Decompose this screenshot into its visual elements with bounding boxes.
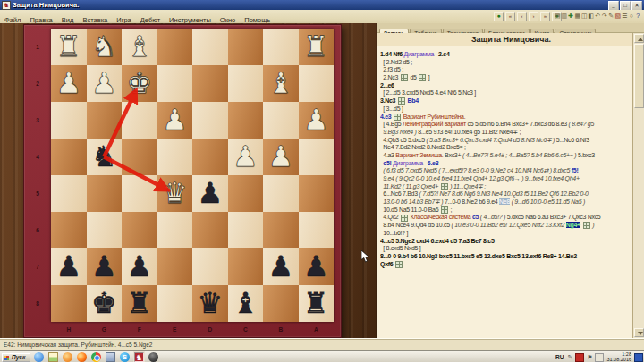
square-g3[interactable] — [87, 102, 123, 139]
move-text[interactable] — [580, 222, 582, 228]
move-text[interactable]: Qxf6 — [380, 261, 394, 267]
add-icon[interactable]: ✚ — [568, 12, 574, 20]
move-text[interactable]: [ 3...d5 ] — [380, 105, 403, 112]
square-e6[interactable] — [157, 212, 193, 248]
piece-bP-g7[interactable]: ♟ — [87, 248, 123, 285]
square-b5[interactable] — [263, 175, 299, 212]
move-text[interactable]: Ne4 7.Bd2 Nxd2 8.Nxd2 Bxc5= ; — [380, 144, 466, 150]
player-icon[interactable] — [148, 352, 158, 362]
piece-bN-g4[interactable]: ♞ — [87, 139, 123, 175]
move-text[interactable]: ) 11...Qxe4∓ ; — [449, 183, 486, 189]
water-icon[interactable] — [34, 352, 44, 362]
piece-wP-h2[interactable]: ♟ — [51, 65, 87, 102]
move-text[interactable]: 2.Nc3 — [380, 74, 400, 80]
move-text[interactable]: 4.e3 — [380, 114, 393, 120]
square-e1[interactable] — [157, 29, 193, 65]
pictures-icon[interactable] — [48, 352, 58, 362]
square-e7[interactable] — [157, 248, 193, 285]
move-text[interactable]: 5.bxc3 — [576, 152, 594, 158]
piece-bP-a7[interactable]: ♟ — [299, 248, 335, 285]
move-text[interactable]: 5...Nc6 6.Nf3 — [555, 137, 589, 143]
move-text[interactable]: 3.Nc3 — [380, 97, 397, 104]
piece-bK-g8[interactable]: ♚ — [87, 285, 123, 322]
move-text[interactable]: 8...e5 9.f3 e4! 10.fxe4 g5 11.Bf2 Nxe4∓ … — [418, 129, 521, 135]
piece-wP-g2[interactable]: ♟ — [87, 65, 123, 102]
piece-bR-f8[interactable]: ♜ — [122, 285, 157, 322]
save-icon[interactable]: ▦ — [575, 12, 581, 20]
piece-wK-f2[interactable]: ♚ — [122, 65, 157, 102]
diagram-link[interactable]: Диаграмма — [403, 51, 434, 57]
scroll-up-button[interactable] — [634, 34, 644, 43]
square-c5[interactable] — [228, 175, 264, 212]
firefox-icon[interactable] — [77, 352, 87, 362]
move-text[interactable]: 9.e4 ( 9.Qc2 0-0 10.e4 fxe4 11.fxe4 Qh4+… — [380, 175, 580, 181]
move-text[interactable]: 4.Qb3 c5 5.dxc5 — [380, 137, 426, 143]
move-text[interactable]: 6.e3 — [428, 160, 438, 166]
square-c1[interactable] — [228, 29, 264, 65]
square-a6[interactable] — [299, 212, 335, 248]
piece-wR-a1[interactable]: ♜ — [299, 29, 335, 65]
network-icon[interactable] — [634, 353, 643, 362]
square-g5[interactable] — [87, 175, 123, 212]
piece-bP-f7[interactable]: ♟ — [122, 248, 157, 285]
move-text[interactable]: 10...b6!? ] — [380, 230, 408, 236]
move-text[interactable]: Bxc3+ — [443, 152, 462, 158]
square-d3[interactable] — [192, 102, 228, 139]
piece-wB-f1[interactable]: ♝ — [122, 29, 157, 65]
language-indicator[interactable]: RU — [555, 354, 564, 360]
files-icon[interactable] — [106, 352, 115, 362]
square-h4[interactable] — [51, 139, 87, 175]
diagram-link[interactable]: Диаграмма — [393, 160, 423, 166]
move-text[interactable]: f5! — [572, 167, 579, 173]
move-text[interactable]: 2.c4 — [434, 51, 449, 57]
piece-bR-a8[interactable]: ♜ — [299, 285, 335, 322]
record-button[interactable]: ● — [494, 12, 504, 21]
square-f5[interactable] — [122, 175, 157, 212]
square-c7[interactable] — [228, 248, 264, 285]
scroll-down-button[interactable] — [634, 328, 644, 337]
move-text[interactable]: ( 10.e3 0-0 11.Bb2 e5! 12.Qxe5 Nxf2 13.K… — [451, 222, 565, 228]
move-text[interactable]: ) — [591, 222, 595, 228]
last-move-button[interactable]: » — [540, 12, 550, 21]
move-text[interactable]: 5.dxc5 Na6 6.a3 Bxc3+ 7.Qxc3 Nxc5 — [505, 214, 600, 220]
scrollbar[interactable] — [632, 33, 644, 338]
chess-board[interactable]: ♜♞♝♜♟♟♚♝♟♟♞♟♟♛♟♟♟♟♟♟♚♜♛♝♜ — [51, 29, 334, 322]
clock[interactable]: 1:28 31.08.2016 — [606, 352, 631, 362]
square-a2[interactable] — [299, 65, 335, 102]
square-h3[interactable] — [51, 102, 87, 139]
chrome-icon[interactable] — [91, 352, 101, 362]
first-move-button[interactable]: « — [505, 12, 515, 21]
book-icon[interactable]: ▧ — [615, 12, 622, 20]
start-button[interactable]: Пуск — [2, 353, 30, 362]
move-text[interactable]: 4...c5 5.Nge2 cxd4 6.exd4 d5 7.a3 Be7 8.… — [380, 238, 495, 244]
move-text[interactable]: [ 2...d5 3.cxd5 Nxd5 4.e4 Nf6 5.Nc3 ] — [380, 89, 476, 96]
move-text[interactable]: ( 9...d6 10.0-0 e5 11.d5 Na5 ) — [512, 198, 585, 205]
square-h6[interactable] — [51, 212, 87, 248]
piece-wN-g1[interactable]: ♞ — [87, 29, 123, 65]
piece-wB-b2[interactable]: ♝ — [263, 65, 299, 102]
paste-icon[interactable]: ◧ — [589, 12, 595, 20]
copy-icon[interactable]: ◫ — [581, 12, 588, 20]
move-text[interactable]: ( 7.d5?! Ne7 8.d6 Ng6 9.Nf3 Ne4 10.Qd3 f… — [419, 190, 588, 197]
prev-move-button[interactable]: ‹ — [517, 12, 527, 21]
tree-icon[interactable]: ☰ — [622, 12, 628, 20]
square-d2[interactable] — [192, 65, 228, 102]
move-text[interactable]: ( 4...d5!? ) — [480, 214, 505, 220]
move-text[interactable]: 2...e6 — [380, 82, 394, 88]
square-c2[interactable] — [228, 65, 264, 102]
square-b6[interactable] — [263, 212, 299, 248]
square-g6[interactable] — [87, 212, 123, 248]
move-text[interactable]: 13.0-0 b6 14.b3 Bb7∓ ) — [380, 198, 443, 205]
move-text[interactable]: 6...Nc6 7.Bd3 — [380, 190, 419, 197]
piece-wP-b4[interactable]: ♟ — [263, 139, 299, 175]
next-move-button[interactable]: › — [529, 12, 538, 21]
move-text[interactable]: [ 8.cxd5 Nxd5 ] — [380, 245, 420, 251]
piece-wQ-e5[interactable]: ♛ — [157, 175, 193, 212]
square-e8[interactable] — [157, 285, 193, 322]
move-text[interactable]: ( 4...Be7?! 5.e4± ; 4...Ba5? 5.b4 Bb6 6.… — [462, 152, 576, 158]
piece-wP-e3[interactable]: ♟ — [157, 102, 193, 139]
square-a4[interactable] — [299, 139, 335, 175]
square-c3[interactable] — [228, 102, 264, 139]
doc-icon[interactable] — [595, 353, 604, 362]
square-f6[interactable] — [122, 212, 157, 248]
